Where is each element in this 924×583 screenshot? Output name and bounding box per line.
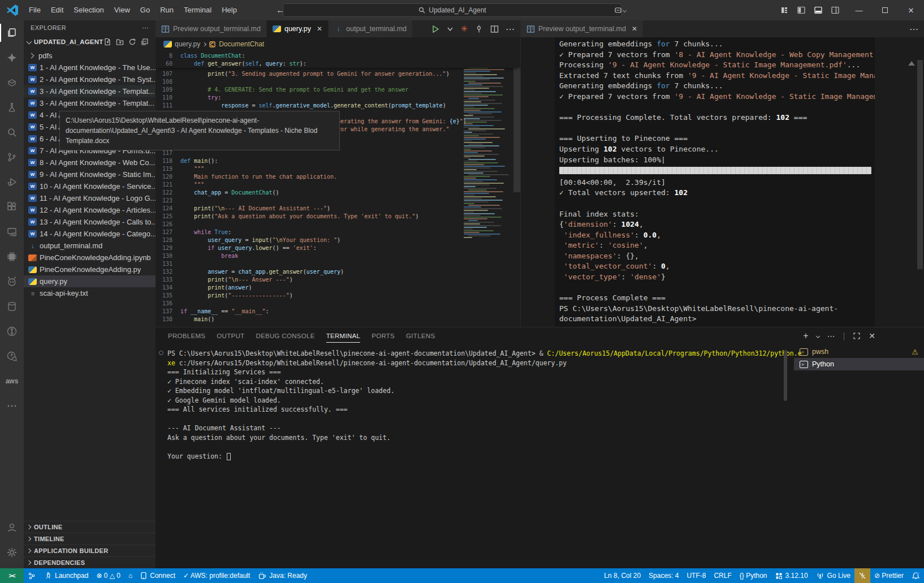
panel-tab-gitlens[interactable]: GITLENS: [401, 329, 439, 343]
breadcrumb[interactable]: query.pyDocumentChat: [156, 37, 520, 51]
new-terminal-icon[interactable]: +: [803, 331, 808, 341]
status-launchpad[interactable]: Launchpad: [40, 568, 92, 583]
minimap[interactable]: [464, 52, 512, 323]
tab-preview-output-terminal-md[interactable]: Preview output_terminal.md✕: [521, 20, 644, 37]
menu-view[interactable]: View: [109, 3, 135, 17]
minimize-button[interactable]: —: [846, 0, 872, 20]
maximize-panel-icon[interactable]: [853, 332, 861, 340]
activity-gitlens-search-icon[interactable]: [0, 344, 24, 369]
status-aws-profile[interactable]: ✓ AWS: profile:default: [179, 568, 254, 583]
tab-query-py[interactable]: query.py✕: [267, 20, 329, 37]
menu-selection[interactable]: Selection: [68, 3, 109, 17]
activity-robot-icon[interactable]: [0, 269, 24, 294]
chevron-down-icon[interactable]: [816, 334, 820, 338]
folder-row[interactable]: pdfs: [24, 50, 156, 62]
toggle-sidebar-icon[interactable]: [797, 6, 805, 14]
panel-tab-problems[interactable]: PROBLEMS: [163, 329, 210, 343]
activity-accounts-icon[interactable]: [0, 515, 24, 540]
status-prettier[interactable]: ⊘ Prettier: [870, 568, 908, 583]
copilot-menu[interactable]: [614, 3, 626, 17]
activity-aws-icon[interactable]: aws: [0, 369, 24, 394]
file-row[interactable]: W1 - AI Agent Knowledge - The Use...: [24, 62, 156, 74]
run-python-file-icon[interactable]: [431, 25, 440, 33]
explorer-more-icon[interactable]: ⋯: [143, 24, 149, 32]
status-home[interactable]: ⌂: [124, 568, 136, 583]
activity-test-beaker-icon[interactable]: [0, 95, 24, 120]
command-center-search[interactable]: Updated_AI_Agent: [283, 3, 622, 17]
terminal-entry-python[interactable]: >Python: [794, 358, 924, 370]
file-row[interactable]: query.py: [24, 275, 156, 287]
tab-close-icon[interactable]: ✕: [317, 25, 322, 33]
run-dropdown-icon[interactable]: [447, 25, 454, 32]
file-row[interactable]: W3 - AI Agent Knowledge - Templat...: [24, 97, 156, 109]
file-row[interactable]: PineConeKnowledgeAdding.ipynb: [24, 252, 156, 264]
status-problems[interactable]: ⊗ 0 △ 0: [92, 568, 124, 583]
menu-edit[interactable]: Edit: [46, 3, 68, 17]
file-row[interactable]: W13 - AI Agent Knowledge - Calls to...: [24, 216, 156, 228]
command-decoration-icon[interactable]: [159, 351, 163, 355]
file-row[interactable]: W2 - AI Agent Knowledge - The Syst...: [24, 74, 156, 85]
file-row[interactable]: W10 - AI Agent Knowledge - Service...: [24, 180, 156, 192]
section-outline[interactable]: OUTLINE: [24, 521, 156, 533]
preview-scrollbar[interactable]: [917, 60, 923, 269]
terminal-entry-pwsh[interactable]: >pwsh⚠: [794, 346, 924, 358]
plug-icon[interactable]: [474, 24, 483, 33]
tab-close-icon[interactable]: ✕: [632, 25, 637, 33]
activity-source-control-icon[interactable]: [0, 145, 24, 170]
tab-output-terminal-md[interactable]: ↓output_terminal.md: [329, 20, 413, 37]
toggle-secondary-sidebar-icon[interactable]: [831, 6, 839, 14]
maximize-button[interactable]: [872, 0, 898, 20]
activity-search-icon[interactable]: [0, 120, 24, 145]
file-row[interactable]: W12 - AI Agent Knowledge - Articles...: [24, 204, 156, 216]
activity-gemini-sparkle-icon[interactable]: [0, 45, 24, 70]
file-row[interactable]: W3 - AI Agent Knowledge - Templat...: [24, 85, 156, 97]
activity-run-debug-icon[interactable]: [0, 170, 24, 195]
panel-more-icon[interactable]: ⋯: [827, 331, 835, 340]
close-button[interactable]: ✕: [898, 0, 924, 20]
close-panel-icon[interactable]: ✕: [869, 331, 875, 340]
status-gitlens-graph[interactable]: [24, 568, 40, 583]
file-row[interactable]: W9 - AI Agent Knowledge - Static Im...: [24, 169, 156, 180]
status-indentation[interactable]: Spaces: 4: [645, 568, 683, 583]
file-row[interactable]: W11 - AI Agent Knowledge - Logo G...: [24, 192, 156, 204]
new-file-icon[interactable]: [103, 38, 111, 46]
status-lightning-off[interactable]: [854, 568, 870, 583]
activity-docker-icon[interactable]: [0, 70, 24, 95]
status-eol[interactable]: CRLF: [710, 568, 735, 583]
panel-tab-output[interactable]: OUTPUT: [212, 329, 249, 343]
file-row[interactable]: W8 - AI Agent Knowledge - Web Co...: [24, 157, 156, 169]
interactive-window-icon[interactable]: ✳: [460, 24, 468, 34]
refresh-icon[interactable]: [128, 38, 136, 46]
workspace-header[interactable]: UPDATED_AI_AGENT: [24, 35, 156, 49]
panel-tab-terminal[interactable]: TERMINAL: [322, 329, 365, 343]
panel-tab-debug-console[interactable]: DEBUG CONSOLE: [251, 329, 319, 343]
menu-run[interactable]: Run: [155, 3, 179, 17]
activity-gitlens-icon[interactable]: [0, 319, 24, 344]
file-row[interactable]: W14 - AI Agent Knowledge - Catego...: [24, 228, 156, 240]
menu-file[interactable]: File: [24, 3, 46, 17]
scroll-up-arrow-icon[interactable]: [908, 61, 915, 66]
collapse-all-icon[interactable]: [141, 38, 149, 46]
activity-chip-icon[interactable]: [0, 244, 24, 269]
status-connect[interactable]: Connect: [136, 568, 179, 583]
terminal-scrollbar[interactable]: [784, 350, 787, 401]
breadcrumb-item[interactable]: DocumentChat: [219, 40, 264, 48]
status-java-ready[interactable]: Java: Ready: [254, 568, 311, 583]
activity-extensions-icon[interactable]: [0, 195, 24, 219]
status-go-live[interactable]: Go Live: [812, 568, 854, 583]
section-timeline[interactable]: TIMELINE: [24, 533, 156, 545]
toggle-panel-icon[interactable]: [814, 6, 822, 14]
remote-indicator[interactable]: ><: [0, 568, 24, 583]
section-application-builder[interactable]: APPLICATION BUILDER: [24, 545, 156, 556]
status-cursor-position[interactable]: Ln 8, Col 20: [600, 568, 645, 583]
file-row[interactable]: ≡scai-api-key.txt: [24, 287, 156, 299]
file-row[interactable]: PineConeKnowledgeAdding.py: [24, 264, 156, 275]
split-editor-icon[interactable]: [490, 25, 499, 33]
status-notifications[interactable]: [908, 568, 924, 583]
breadcrumb-item[interactable]: query.py: [175, 40, 200, 48]
section-dependencies[interactable]: DEPENDENCIES: [24, 556, 156, 568]
customize-layout-icon[interactable]: [780, 6, 788, 14]
tab-preview-output-terminal-md[interactable]: Preview output_terminal.md: [156, 20, 267, 37]
menu-go[interactable]: Go: [135, 3, 155, 17]
more-actions-icon[interactable]: ⋯: [909, 24, 918, 34]
